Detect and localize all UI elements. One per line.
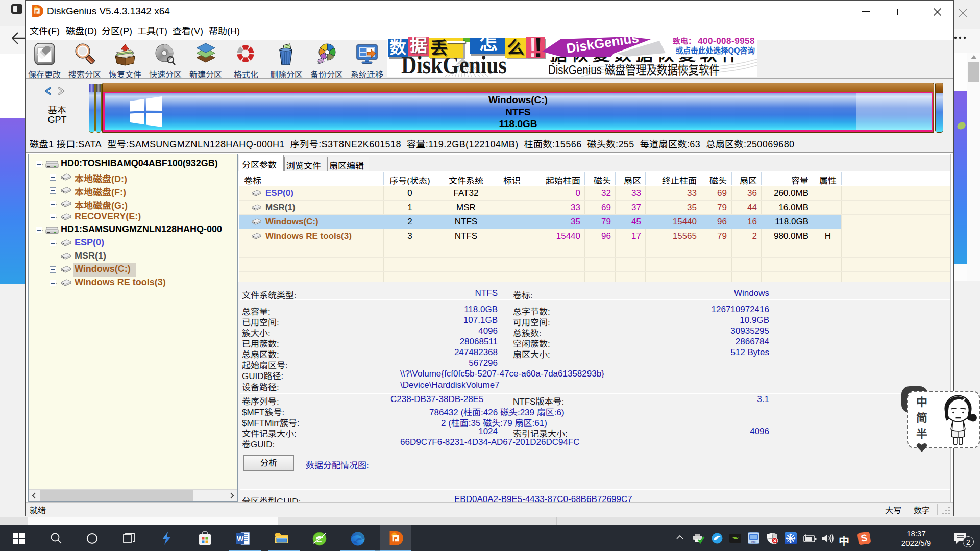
svg-text:intel: intel [751, 540, 756, 543]
svg-text:W: W [237, 535, 244, 543]
